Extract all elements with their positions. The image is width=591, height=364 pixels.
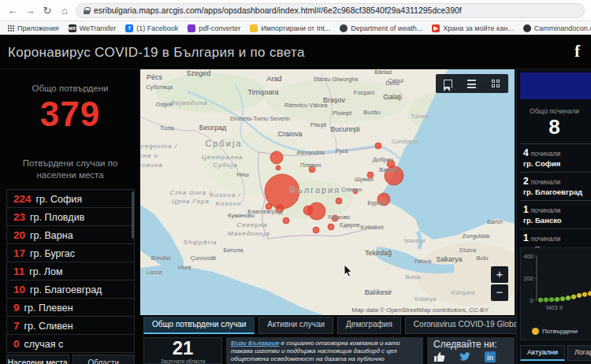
case-bubble[interactable] xyxy=(375,143,381,149)
legend-icon[interactable] xyxy=(467,80,476,88)
zoom-in-button[interactable]: + xyxy=(491,266,508,283)
info-panel: Есри България е социално отговорна компа… xyxy=(226,337,423,364)
death-list-item[interactable]: 1починалигр. Банско xyxy=(520,200,591,228)
forward-icon[interactable]: → xyxy=(24,5,36,17)
case-bubble[interactable] xyxy=(353,189,358,194)
bookmark-item[interactable]: Приложения xyxy=(5,24,62,33)
case-count: 0 xyxy=(13,338,20,350)
case-bubble[interactable] xyxy=(332,215,338,221)
tab-oblasti[interactable]: Области xyxy=(72,355,136,364)
chart-tabs: АктуалниЛогаритмична xyxy=(520,345,591,361)
map-tab[interactable]: Общо потвърдени случаи xyxy=(143,317,255,334)
case-list-item[interactable]: 23гр. Пловдив xyxy=(7,208,134,226)
left-sidebar: Общо потвърдени 379 Потвърдени случаи по… xyxy=(0,69,140,364)
scrollbar[interactable] xyxy=(132,191,134,239)
follow-panel: Следвайте ни: in xyxy=(427,337,515,364)
deaths-list: 4починалигр. София2починалигр. Благоевгр… xyxy=(520,143,591,257)
bottom-row: 21 Засегнати области Есри България е соц… xyxy=(140,337,515,364)
case-bubble[interactable] xyxy=(309,166,315,173)
case-list-item[interactable]: 11гр. Лом xyxy=(7,262,134,280)
chart-point[interactable] xyxy=(560,296,565,301)
case-list-item[interactable]: 7гр. Сливен xyxy=(7,317,134,335)
case-bubble[interactable] xyxy=(276,165,281,170)
case-bubble[interactable] xyxy=(266,203,272,210)
tab-naseleni-mesta[interactable]: Населени места xyxy=(6,355,69,364)
case-list-item[interactable]: 10гр. Благоевград xyxy=(7,280,134,299)
globe-icon xyxy=(340,24,348,32)
case-count: 224 xyxy=(13,193,32,205)
facebook-embed-banner[interactable] xyxy=(520,72,591,99)
case-count: 20 xyxy=(13,229,25,241)
facebook-like-icon[interactable] xyxy=(433,351,446,362)
chart-point[interactable] xyxy=(549,297,554,302)
bookmark-label: (1) Facebook xyxy=(136,24,178,32)
chart-tab[interactable]: Логаритмична xyxy=(567,345,591,361)
twitter-icon[interactable] xyxy=(459,351,471,362)
case-list-item[interactable]: 0случая с неопределена локация xyxy=(7,335,134,353)
svg-text:400: 400 xyxy=(523,253,533,260)
map-tab[interactable]: Активни случаи xyxy=(258,317,333,334)
cases-list-title: Потвърдени случаи по населени места xyxy=(8,158,132,181)
bookmark-item[interactable]: Department of weath... xyxy=(336,24,426,33)
map-tab[interactable]: Демография xyxy=(337,317,401,334)
total-deaths-value: 8 xyxy=(517,115,591,139)
chart-tab[interactable]: Актуални xyxy=(520,345,565,361)
chart-point[interactable] xyxy=(544,298,548,303)
lock-icon xyxy=(84,7,90,14)
case-city: гр. Плевен xyxy=(24,303,73,314)
bookmark-item[interactable]: f(1) Facebook xyxy=(122,24,181,33)
case-bubble[interactable] xyxy=(367,172,374,178)
case-list-item[interactable]: 224гр. София xyxy=(7,190,134,208)
case-bubble[interactable] xyxy=(336,198,342,204)
total-deaths-label: Общо починали xyxy=(517,107,591,115)
chart-point[interactable] xyxy=(538,298,543,303)
case-bubble[interactable] xyxy=(377,193,390,206)
death-list-item[interactable]: 4починалигр. София xyxy=(520,143,591,172)
facebook-icon[interactable]: f xyxy=(574,43,580,61)
case-list-item[interactable]: 9гр. Плевен xyxy=(7,299,134,317)
bookmark-icon[interactable] xyxy=(444,80,452,88)
total-confirmed-label: Общо потвърдени xyxy=(0,84,140,93)
chart-point[interactable] xyxy=(571,295,576,299)
case-bubble[interactable] xyxy=(283,217,289,224)
bookmark-item[interactable]: ▶Храна за мойте кан... xyxy=(429,24,516,33)
chart-point[interactable] xyxy=(582,292,587,297)
url-text[interactable]: esribulgaria.maps.arcgis.com/apps/opsdas… xyxy=(94,6,462,15)
address-bar[interactable]: esribulgaria.maps.arcgis.com/apps/opsdas… xyxy=(76,3,585,18)
map-tab[interactable]: Coronavirus COVID-19 Global xyxy=(405,317,529,334)
chart-point[interactable] xyxy=(566,295,571,300)
bookmark-item[interactable]: weWeTransfer xyxy=(65,24,120,33)
chart-point[interactable] xyxy=(588,291,591,295)
map[interactable]: PécsSzegedСуботицаAradTimişoaraDevaRomân… xyxy=(140,69,515,315)
bookmark-item[interactable]: Импортирани от Int... xyxy=(247,24,333,33)
page-title: Коронавирус COVID-19 в България и по све… xyxy=(8,45,305,61)
case-bubble[interactable] xyxy=(308,202,325,220)
dashboard: Коронавирус COVID-19 в България и по све… xyxy=(0,36,591,364)
back-icon[interactable]: ← xyxy=(6,5,19,17)
case-bubble[interactable] xyxy=(270,151,283,164)
basemap-grid-icon[interactable] xyxy=(492,80,500,88)
esri-bulgaria-link[interactable]: Есри България xyxy=(231,340,279,347)
zoom-out-button[interactable]: − xyxy=(491,284,508,301)
case-bubble[interactable] xyxy=(328,224,334,230)
case-bubble[interactable] xyxy=(313,227,319,233)
case-bubble[interactable] xyxy=(276,205,284,213)
svg-text:M03 9: M03 9 xyxy=(546,304,563,311)
death-list-item[interactable]: 2починалигр. Благоевград xyxy=(520,172,591,200)
chart-point[interactable] xyxy=(555,297,559,302)
bookmark-item[interactable]: Camminandocon.com... xyxy=(520,24,591,33)
case-list-item[interactable]: 20гр. Варна xyxy=(7,226,134,244)
bookmark-label: Camminandocon.com... xyxy=(534,24,591,32)
case-bubble[interactable] xyxy=(385,166,403,185)
case-list-item[interactable]: 17гр. Бургас xyxy=(7,244,134,262)
linkedin-icon[interactable]: in xyxy=(484,351,496,362)
death-count-line: 1починали xyxy=(523,204,590,215)
home-icon[interactable]: ⌂ xyxy=(58,5,71,17)
chart-point[interactable] xyxy=(577,293,582,298)
bookmark-item[interactable]: pdf-converter xyxy=(184,24,243,33)
death-city: гр. София xyxy=(523,159,590,168)
reload-icon[interactable]: ↻ xyxy=(41,5,54,17)
bookmark-label: WeTransfer xyxy=(80,24,117,32)
map-controls xyxy=(436,74,508,93)
bookmark-label: Department of weath... xyxy=(351,24,422,32)
